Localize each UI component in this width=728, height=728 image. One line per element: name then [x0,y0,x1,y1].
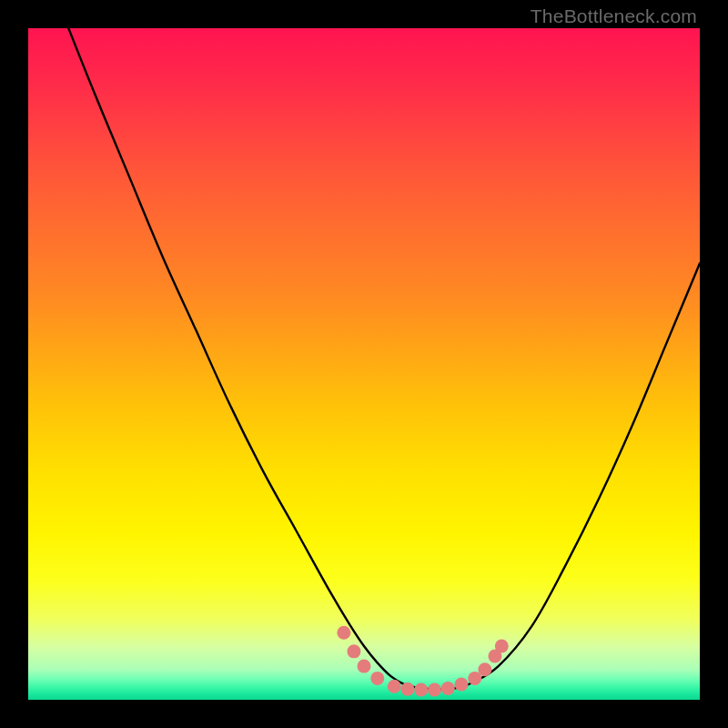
plot-area [28,28,700,700]
chart-svg [28,28,700,700]
chart-frame: TheBottleneck.com [0,0,728,728]
curve-marker [495,639,509,652]
curve-marker [337,626,350,640]
curve-markers [337,626,508,697]
curve-marker [370,672,384,685]
curve-line [68,28,700,689]
curve-marker [388,680,401,693]
curve-marker [428,682,441,696]
curve-marker [478,662,491,676]
curve-marker [455,678,469,692]
curve-marker [400,682,414,696]
curve-marker [441,682,455,695]
curve-marker [414,682,428,696]
bottleneck-curve-path [68,28,700,689]
curve-marker [358,660,371,673]
watermark-text: TheBottleneck.com [531,5,697,27]
curve-marker [347,644,360,658]
